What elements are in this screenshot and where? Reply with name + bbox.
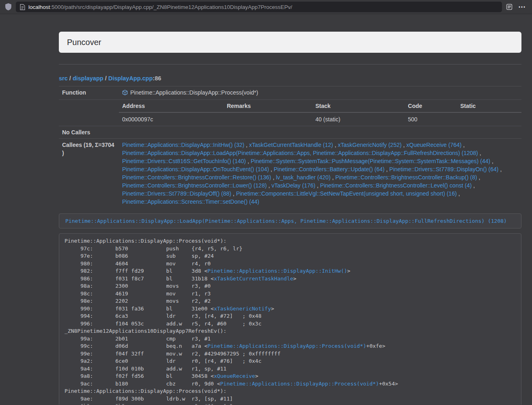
callee-link[interactable]: Pinetime::Controllers::Battery::Update()… [274, 166, 385, 172]
symbol-panel: Pinetime::Applications::DisplayApp::Load… [59, 213, 521, 228]
remarks-value [224, 112, 312, 126]
url-path: :5000/path/src/displayapp/DisplayApp.cpp… [50, 4, 292, 10]
no-callers-row: No Callers [59, 126, 521, 139]
assembly-symbol-link[interactable]: xTaskGetCurrentTaskHandle [214, 276, 293, 282]
details-header-row: Address Remarks Stack Code Static [119, 100, 521, 112]
callee-link[interactable]: Pinetime::Components::LittleVgl::SetNewT… [236, 190, 457, 197]
callee-link[interactable]: Pinetime::Applications::DisplayApp::OnTo… [122, 166, 269, 172]
callees-label: Callees (19, Σ=3704 ) [59, 139, 119, 208]
assembly-symbol-link[interactable]: xTaskGenericNotify [214, 306, 271, 312]
details-value-row: 0x0000097c 40 (static) 500 [119, 112, 521, 126]
breadcrumb: src / displayapp / DisplayApp.cpp:86 [59, 74, 521, 83]
puncover-page: Puncover src / displayapp / DisplayApp.c… [0, 14, 532, 405]
callee-link[interactable]: Pinetime::Drivers::St7789::DisplayOn() (… [389, 166, 498, 172]
page-title: Puncover [67, 38, 513, 47]
callee-link[interactable]: xTaskGenericNotify (252) [338, 142, 401, 148]
url-host: localhost [28, 4, 50, 10]
col-remarks: Remarks [224, 100, 312, 112]
callee-link[interactable]: Pinetime::Controllers::BrightnessControl… [320, 182, 472, 189]
callee-link[interactable]: Pinetime::Applications::Screens::Timer::… [122, 198, 259, 205]
callee-link[interactable]: Pinetime::Controllers::BrightnessControl… [335, 174, 477, 181]
symbol-panel-link[interactable]: Pinetime::Applications::DisplayApp::Load… [65, 218, 507, 224]
col-static: Static [457, 100, 521, 112]
details-empty-label [59, 100, 119, 126]
browser-menu-button[interactable]: ⋯ [517, 3, 527, 11]
function-name-cell: Pinetime::Applications::DisplayApp::Proc… [119, 86, 521, 100]
breadcrumb-line-number: :86 [153, 75, 161, 82]
assembly-symbol-link[interactable]: xQueueReceive [214, 373, 255, 379]
callee-link[interactable]: xTaskGetCurrentTaskHandle (12) [249, 142, 333, 148]
callee-link[interactable]: Pinetime::Applications::DisplayApp::Load… [122, 150, 478, 156]
col-code: Code [405, 100, 457, 112]
assembly-symbol-link[interactable]: Pinetime::Applications::DisplayApp::Init… [207, 268, 347, 274]
callee-link[interactable]: Pinetime::Drivers::St7789::DisplayOff() … [122, 190, 231, 197]
details-row: Address Remarks Stack Code Static 0x0000… [59, 100, 521, 126]
no-callers-cell [119, 126, 521, 139]
callee-link[interactable]: vTaskDelay (176) [271, 182, 315, 189]
page-info-icon[interactable] [20, 4, 25, 10]
code-value: 500 [405, 112, 457, 126]
assembly-symbol-link[interactable]: Pinetime::Applications::DisplayApp::Proc… [220, 381, 379, 387]
function-table: Function Pinetime::Applications::Display… [59, 86, 521, 208]
callee-link[interactable]: xQueueReceive (764) [406, 142, 461, 148]
reader-view-icon[interactable] [506, 4, 513, 10]
callees-cell: Pinetime::Applications::DisplayApp::Init… [119, 139, 521, 208]
address-value: 0x0000097c [119, 112, 224, 126]
shield-icon[interactable] [5, 3, 12, 11]
function-label: Function [59, 86, 119, 100]
divider [59, 64, 521, 65]
callee-link[interactable]: lv_task_handler (420) [276, 174, 331, 181]
col-address: Address [119, 100, 224, 112]
function-icon [122, 89, 128, 97]
callee-link[interactable]: Pinetime::Controllers::BrightnessControl… [122, 182, 267, 189]
assembly-listing: Pinetime::Applications::DisplayApp::Proc… [59, 233, 521, 405]
callees-row: Callees (19, Σ=3704 ) Pinetime::Applicat… [59, 139, 521, 208]
function-name: Pinetime::Applications::DisplayApp::Proc… [130, 89, 258, 96]
stack-value: 40 (static) [312, 112, 405, 126]
function-row: Function Pinetime::Applications::Display… [59, 86, 521, 100]
col-stack: Stack [312, 100, 405, 112]
callee-link[interactable]: Pinetime::Drivers::Cst816S::GetTouchInfo… [122, 158, 246, 164]
url-text: localhost:5000/path/src/displayapp/Displ… [28, 4, 292, 10]
browser-chrome: localhost:5000/path/src/displayapp/Displ… [0, 0, 532, 14]
page-title-panel: Puncover [59, 32, 521, 53]
breadcrumb-link[interactable]: displayapp [73, 75, 103, 82]
callee-link[interactable]: Pinetime::Applications::DisplayApp::Init… [122, 142, 244, 148]
breadcrumb-link[interactable]: DisplayApp.cpp [108, 75, 153, 82]
static-value [457, 112, 521, 126]
callee-link[interactable]: Pinetime::System::SystemTask::PushMessag… [251, 158, 491, 164]
assembly-symbol-link[interactable]: Pinetime::Applications::DisplayApp::Proc… [207, 343, 366, 349]
function-details-table: Address Remarks Stack Code Static 0x0000… [119, 100, 521, 126]
callee-link[interactable]: Pinetime::Controllers::BrightnessControl… [122, 174, 271, 181]
breadcrumb-link[interactable]: src [59, 75, 68, 82]
url-bar[interactable]: localhost:5000/path/src/displayapp/Displ… [16, 2, 502, 12]
no-callers-label: No Callers [59, 126, 119, 139]
